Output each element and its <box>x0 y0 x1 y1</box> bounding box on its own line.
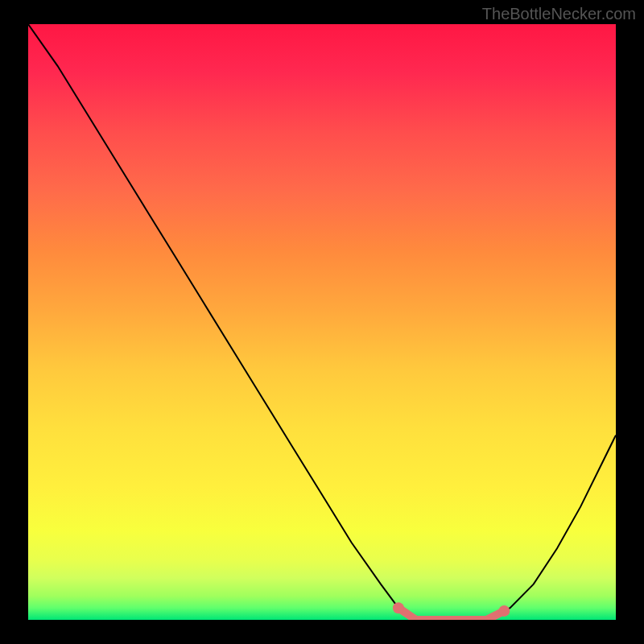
svg-point-1 <box>393 602 404 613</box>
chart-container <box>28 24 616 620</box>
svg-point-2 <box>498 605 510 617</box>
bottleneck-curve <box>28 24 616 620</box>
watermark-text: TheBottleNecker.com <box>482 5 636 23</box>
